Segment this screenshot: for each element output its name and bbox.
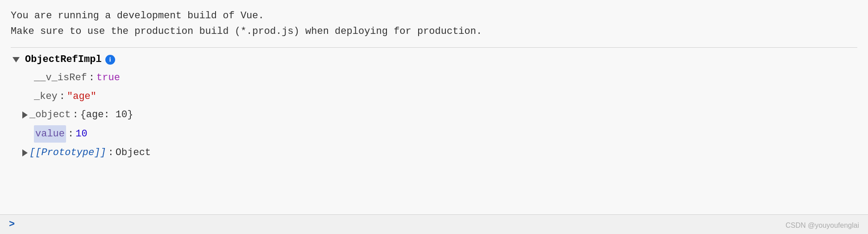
property-value-prototype: Object xyxy=(116,144,151,161)
warning-line1: You are running a development build of V… xyxy=(11,8,857,24)
warning-line2: Make sure to use the production build (*… xyxy=(11,24,857,39)
warning-text: You are running a development build of V… xyxy=(11,8,857,39)
bottom-bar: > xyxy=(0,214,868,234)
property-key-value-highlighted: value xyxy=(34,125,66,143)
property-value-value: 10 xyxy=(75,126,87,142)
divider xyxy=(11,47,857,48)
property-key-v-isref: __v_isRef xyxy=(34,70,87,86)
property-value-v-isref: true xyxy=(96,70,120,86)
property-key-prototype: [[Prototype]] xyxy=(29,144,106,161)
expand-prototype-icon[interactable] xyxy=(22,149,28,156)
console-container: You are running a development build of V… xyxy=(0,0,868,234)
property-row-object: _object : {age: 10} xyxy=(12,106,857,124)
property-colon-2: : xyxy=(59,88,65,105)
property-colon-3: : xyxy=(72,107,78,123)
property-row-value: value : 10 xyxy=(12,124,857,144)
property-value-object: {age: 10} xyxy=(80,107,133,123)
info-icon[interactable]: i xyxy=(105,55,115,65)
property-colon-5: : xyxy=(108,144,114,161)
collapse-triangle-icon[interactable] xyxy=(12,57,20,62)
property-row-prototype: [[Prototype]] : Object xyxy=(12,144,857,162)
property-colon-1: : xyxy=(89,70,95,86)
property-key-object: _object xyxy=(29,107,71,123)
expand-object-icon[interactable] xyxy=(22,111,28,119)
object-section: ObjectRefImpl i __v_isRef : true _key : … xyxy=(11,54,857,162)
object-class-name: ObjectRefImpl xyxy=(25,54,102,65)
watermark: CSDN @youyoufenglai xyxy=(785,222,859,230)
property-key-key: _key xyxy=(34,88,58,105)
property-colon-4: : xyxy=(68,126,74,142)
object-header: ObjectRefImpl i xyxy=(12,54,857,65)
property-row-v-isref: __v_isRef : true xyxy=(12,69,857,87)
property-row-key: _key : "age" xyxy=(12,87,857,106)
property-value-key: "age" xyxy=(67,88,96,105)
prompt-chevron[interactable]: > xyxy=(9,219,15,230)
